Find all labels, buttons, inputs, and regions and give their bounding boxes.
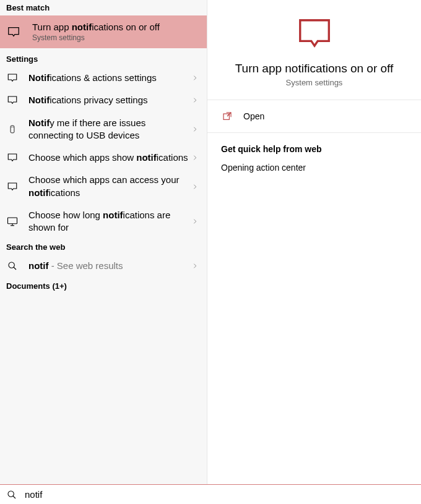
help-title: Get quick help from web <box>221 144 407 154</box>
chevron-right-icon <box>192 126 201 132</box>
chevron-right-icon <box>192 263 201 269</box>
chat-icon <box>6 152 19 164</box>
chevron-right-icon <box>192 75 201 81</box>
settings-item[interactable]: Choose which apps can access your notifi… <box>0 169 207 204</box>
section-best-match: Best match <box>0 0 207 15</box>
settings-item[interactable]: Notifications privacy settings <box>0 89 207 111</box>
settings-item[interactable]: Notify me if there are issues connecting… <box>0 112 207 147</box>
settings-item[interactable]: Choose which apps show notifications <box>0 147 207 169</box>
best-match-item[interactable]: Turn app notifications on or off System … <box>0 15 207 48</box>
search-input[interactable] <box>25 489 415 500</box>
settings-item[interactable]: Notifications & actions settings <box>0 67 207 89</box>
settings-item-label: Notifications privacy settings <box>28 94 192 106</box>
section-settings: Settings <box>0 48 207 67</box>
chat-icon <box>6 72 19 84</box>
settings-item-label: Notify me if there are issues connecting… <box>28 117 192 142</box>
detail-hero: Turn app notifications on or off System … <box>207 0 421 100</box>
chat-bubble-icon <box>6 25 21 40</box>
detail-title: Turn app notifications on or off <box>235 62 394 75</box>
chat-icon <box>6 94 19 106</box>
usb-icon <box>6 123 19 135</box>
chevron-right-icon <box>192 155 201 161</box>
settings-item[interactable]: Choose how long notifications are shown … <box>0 204 207 239</box>
settings-item-label: Notifications & actions settings <box>28 72 192 84</box>
svg-line-7 <box>14 267 16 270</box>
help-link[interactable]: Opening action center <box>221 163 407 173</box>
settings-item-label: Choose which apps show notifications <box>28 152 192 164</box>
open-action[interactable]: Open <box>207 100 421 133</box>
svg-point-6 <box>9 262 14 268</box>
search-bar <box>0 484 421 504</box>
best-match-title: Turn app notifications on or off <box>32 22 160 32</box>
svg-rect-3 <box>8 218 17 224</box>
search-web-text: notif - See web results <box>28 260 192 272</box>
settings-item-label: Choose how long notifications are shown … <box>28 209 192 234</box>
svg-rect-0 <box>11 126 14 133</box>
chat-bubble-large-icon <box>295 15 334 54</box>
open-icon <box>221 110 233 122</box>
settings-list: Notifications & actions settingsNotifica… <box>0 67 207 239</box>
svg-line-11 <box>13 496 15 498</box>
search-bar-icon <box>6 489 17 500</box>
section-search-web: Search the web <box>0 239 207 255</box>
chevron-right-icon <box>192 184 201 190</box>
monitor-icon <box>6 215 19 228</box>
search-web-item[interactable]: notif - See web results <box>0 255 207 277</box>
section-documents: Documents (1+) <box>0 278 207 294</box>
chevron-right-icon <box>192 97 201 103</box>
settings-item-label: Choose which apps can access your notifi… <box>28 174 192 199</box>
help-section: Get quick help from web Opening action c… <box>207 133 421 184</box>
svg-point-10 <box>8 491 14 497</box>
chat-icon <box>6 181 19 193</box>
results-pane: Best match Turn app notifications on or … <box>0 0 207 484</box>
detail-sub: System settings <box>286 78 343 87</box>
open-label: Open <box>243 111 264 121</box>
chevron-right-icon <box>192 218 201 224</box>
search-icon <box>6 260 19 272</box>
detail-pane: Turn app notifications on or off System … <box>207 0 421 484</box>
best-match-sub: System settings <box>32 33 160 42</box>
